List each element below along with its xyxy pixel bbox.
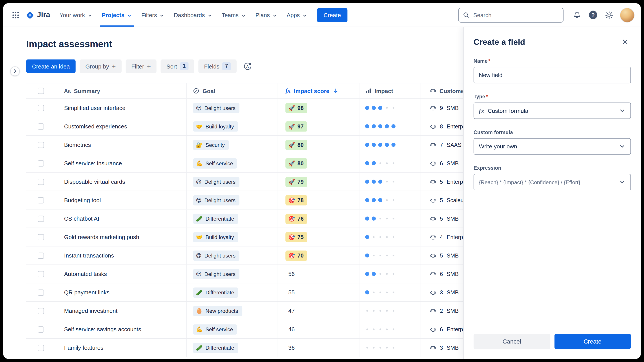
row-checkbox[interactable] <box>38 345 44 351</box>
impact-cell[interactable] <box>359 302 421 320</box>
close-panel-button[interactable] <box>619 36 631 47</box>
summary-cell[interactable]: Managed investment <box>50 302 187 320</box>
goal-cell[interactable]: 😍 Delight users <box>187 191 278 209</box>
create-idea-button[interactable]: Create an idea <box>26 59 76 73</box>
table-row[interactable]: Gold rewards marketing push 🤝 Build loya… <box>26 228 523 246</box>
row-checkbox[interactable] <box>38 160 44 166</box>
idea-summary[interactable]: Biometrics <box>64 141 91 148</box>
goal-pill[interactable]: 😍 Delight users <box>193 195 240 205</box>
goal-cell[interactable]: 😍 Delight users <box>187 246 278 265</box>
idea-summary[interactable]: Simplified user interface <box>64 105 125 111</box>
goal-cell[interactable]: 🥒 Differentiate <box>187 210 278 228</box>
impact-rating[interactable] <box>365 216 396 221</box>
impact-rating[interactable] <box>365 235 396 239</box>
table-row[interactable]: Biometrics 🔐 Security 🚀 80 7 SAAS <box>26 136 523 154</box>
impact-rating[interactable] <box>365 253 396 257</box>
impact-rating[interactable] <box>365 198 396 202</box>
nav-item-teams[interactable]: Teams <box>217 3 251 26</box>
nav-item-plans[interactable]: Plans <box>251 3 282 26</box>
goal-pill[interactable]: 🤝 Build loyalty <box>193 121 238 132</box>
goal-pill[interactable]: 🔐 Security <box>193 140 229 150</box>
goal-cell[interactable]: 💪 Self service <box>187 154 278 172</box>
summary-cell[interactable]: Automated tasks <box>50 265 187 283</box>
summary-cell[interactable]: Simplified user interface <box>50 99 187 117</box>
group-by-button[interactable]: Group by + <box>80 59 121 73</box>
row-checkbox[interactable] <box>38 271 44 277</box>
summary-cell[interactable]: Budgeting tool <box>50 191 187 209</box>
goal-pill[interactable]: 🥒 Differentiate <box>193 213 238 224</box>
goal-cell[interactable]: 💪 Self service <box>187 320 278 338</box>
field-type-select[interactable]: fx Custom formula <box>474 103 631 119</box>
impact-rating[interactable] <box>365 161 396 165</box>
impact-rating[interactable] <box>365 124 396 128</box>
impact-rating[interactable] <box>365 310 396 312</box>
impact-cell[interactable] <box>359 99 421 117</box>
impact-cell[interactable] <box>359 265 421 283</box>
impact-cell[interactable] <box>359 117 421 135</box>
impact-cell[interactable] <box>359 173 421 190</box>
impact-rating[interactable] <box>365 180 396 184</box>
table-row[interactable]: Self service: insurance 💪 Self service 🚀… <box>26 154 523 173</box>
app-switcher-button[interactable] <box>9 8 22 21</box>
rank-sort-button[interactable]: A <box>241 59 255 73</box>
summary-cell[interactable]: QR payment links <box>50 283 187 301</box>
goal-cell[interactable]: 😍 Delight users <box>187 265 278 283</box>
goal-pill[interactable]: 😍 Delight users <box>193 177 240 187</box>
help-button[interactable]: ? <box>586 8 600 21</box>
idea-summary[interactable]: Budgeting tool <box>64 197 101 203</box>
summary-cell[interactable]: Self service: savings accounts <box>50 320 187 338</box>
impact-cell[interactable] <box>359 246 421 265</box>
sort-button[interactable]: Sort 1 <box>161 59 194 73</box>
row-checkbox[interactable] <box>38 123 44 129</box>
table-row[interactable]: Managed investment 🥚 New products 47 2 S… <box>26 302 523 320</box>
idea-summary[interactable]: Gold rewards marketing push <box>64 234 139 240</box>
row-checkbox[interactable] <box>38 308 44 314</box>
select-all-checkbox[interactable] <box>38 88 44 94</box>
summary-cell[interactable]: Family features <box>50 339 187 357</box>
table-row[interactable]: QR payment links 🥒 Differentiate 55 3 SM… <box>26 283 523 302</box>
header-impact[interactable]: Impact <box>359 83 421 98</box>
nav-item-projects[interactable]: Projects <box>97 3 137 26</box>
table-row[interactable]: Simplified user interface 😍 Delight user… <box>26 99 523 117</box>
nav-item-your-work[interactable]: Your work <box>55 3 97 26</box>
goal-pill[interactable]: 💪 Self service <box>193 158 237 168</box>
summary-cell[interactable]: Self service: insurance <box>50 154 187 172</box>
row-checkbox[interactable] <box>38 142 44 148</box>
table-row[interactable]: Automated tasks 😍 Delight users 56 6 SMB <box>26 265 523 283</box>
summary-cell[interactable]: Disposable virtual cards <box>50 173 187 190</box>
avatar[interactable] <box>620 8 634 22</box>
idea-summary[interactable]: Customised experiences <box>64 123 127 130</box>
idea-summary[interactable]: Self service: savings accounts <box>64 326 141 333</box>
idea-summary[interactable]: Automated tasks <box>64 271 107 277</box>
row-checkbox[interactable] <box>38 215 44 222</box>
goal-pill[interactable]: 😍 Delight users <box>193 269 240 279</box>
idea-summary[interactable]: QR payment links <box>64 289 109 296</box>
goal-cell[interactable]: 🔐 Security <box>187 136 278 154</box>
custom-formula-select[interactable]: Write your own <box>474 138 631 155</box>
impact-cell[interactable] <box>359 228 421 246</box>
row-checkbox[interactable] <box>38 197 44 203</box>
row-checkbox[interactable] <box>38 105 44 111</box>
impact-cell[interactable] <box>359 136 421 154</box>
row-checkbox[interactable] <box>38 234 44 240</box>
impact-rating[interactable] <box>365 290 396 295</box>
notifications-button[interactable] <box>570 8 584 21</box>
filter-button[interactable]: Filter + <box>126 59 156 73</box>
goal-cell[interactable]: 😍 Delight users <box>187 99 278 117</box>
idea-summary[interactable]: Disposable virtual cards <box>64 179 125 185</box>
nav-item-filters[interactable]: Filters <box>137 3 169 26</box>
goal-pill[interactable]: 🥒 Differentiate <box>193 343 238 353</box>
table-row[interactable]: Budgeting tool 😍 Delight users 🎯 78 5 Sc… <box>26 191 523 209</box>
goal-pill[interactable]: 🥚 New products <box>193 306 242 316</box>
row-checkbox[interactable] <box>38 289 44 296</box>
expression-select[interactable]: {Reach} * {Impact} * {Confidence} / {Eff… <box>474 174 631 190</box>
goal-cell[interactable]: 🤝 Build loyalty <box>187 117 278 135</box>
goal-cell[interactable]: 🤝 Build loyalty <box>187 228 278 246</box>
impact-rating[interactable] <box>365 106 396 110</box>
search-input[interactable] <box>472 11 559 19</box>
row-checkbox[interactable] <box>38 179 44 185</box>
nav-item-apps[interactable]: Apps <box>282 3 312 26</box>
create-field-button[interactable]: Create <box>554 334 631 349</box>
goal-cell[interactable]: 🥒 Differentiate <box>187 339 278 357</box>
summary-cell[interactable]: Instant transactions <box>50 246 187 265</box>
